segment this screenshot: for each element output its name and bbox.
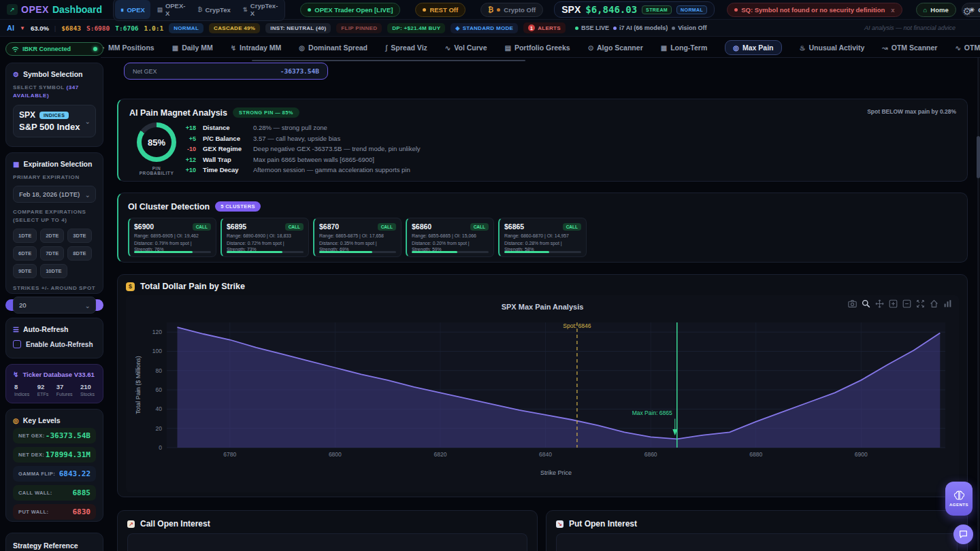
key-level-net-gex: NET GEX:-36373.54B — [13, 428, 96, 444]
badge-inst-neutral-40[interactable]: INST: NEUTRAL (40) — [265, 23, 331, 33]
tab-daily-mm[interactable]: ▦Daily MM — [172, 44, 213, 52]
strikes-dropdown[interactable]: 20 ⌄ — [13, 297, 96, 314]
scrollbar-thumb[interactable] — [977, 136, 980, 178]
toast-close-button[interactable]: x — [891, 6, 894, 14]
badge-flip-pinned[interactable]: FLIP PINNED — [336, 23, 382, 33]
dte-chip-6dte[interactable]: 6DTE — [13, 246, 37, 261]
tab-dominant-spread[interactable]: ◎Dominant Spread — [299, 44, 368, 52]
trader-status-pill[interactable]: OPEX Trader Open [LIVE] — [300, 3, 400, 17]
select-symbol-label: SELECT SYMBOL — [13, 84, 65, 90]
pan-icon[interactable] — [875, 299, 884, 308]
settings-gear-icon[interactable]: ⚙ — [963, 5, 972, 18]
zoom-out-icon[interactable] — [902, 299, 911, 308]
status-dot — [423, 8, 426, 12]
tab-algo-scanner[interactable]: ⊙Algo Scanner — [588, 44, 643, 52]
cluster-card-6865[interactable]: $6865CALL Range: 6860-6870 | OI: 14,957 … — [498, 218, 587, 257]
tab-vol-curve[interactable]: ∿Vol Curve — [445, 44, 487, 52]
scrollbar-track[interactable] — [977, 58, 979, 551]
badge-alerts[interactable]: 1ALERTS — [523, 22, 566, 33]
normal-badge: NORMAL — [676, 5, 707, 14]
error-toast[interactable]: SQ: Symbol not found or no security defi… — [727, 3, 902, 17]
agents-button[interactable]: AGENTS — [945, 482, 973, 516]
chat-button[interactable] — [953, 524, 973, 544]
indicator-vision-off[interactable]: Vision Off — [672, 24, 706, 31]
tab-max-pain[interactable]: ◎Max Pain — [725, 40, 781, 55]
total-pain-title: Total Dollar Pain by Strike — [140, 282, 245, 291]
key-level-put-wall: PUT WALL:6830 — [13, 504, 96, 520]
tab-intraday-mm[interactable]: ↯Intraday MM — [231, 44, 282, 52]
dte-chip-7dte[interactable]: 7DTE — [40, 246, 64, 261]
home-button[interactable]: ⌂ Home — [916, 3, 956, 17]
factor-distance: +18 Distance 0.28% — strong pull zone — [181, 124, 953, 131]
dte-chip-8dte[interactable]: 8DTE — [67, 246, 91, 261]
reset-axes-home-icon[interactable] — [930, 299, 938, 308]
status-dot — [613, 27, 617, 30]
ticker-symbol: SPX — [561, 4, 581, 15]
max-pain-chart[interactable]: 6780680068206840686068806900020406080100… — [133, 314, 955, 478]
app-tab-label: OPEX-X — [165, 2, 186, 17]
dte-chip-2dte[interactable]: 2DTE — [40, 229, 64, 243]
tab-portfolio-greeks[interactable]: ▤Portfolio Greeks — [504, 44, 570, 52]
autoscale-icon[interactable] — [916, 299, 925, 308]
dte-chip-10dte[interactable]: 10DTE — [40, 264, 67, 278]
auto-refresh-checkbox-label: Enable Auto-Refresh — [26, 341, 93, 348]
ticker-database-card: ↯ Ticker Database V33.61 8Indices92ETFs3… — [5, 364, 103, 403]
app-tab-opex-x[interactable]: ▤OPEX-X — [152, 0, 191, 19]
expiration-selection-card: ▦ Expiration Selection PRIMARY EXPIRATIO… — [5, 152, 103, 294]
tab-spread-viz[interactable]: ʃSpread Viz — [385, 44, 427, 52]
cluster-strike: $6870 — [319, 222, 339, 231]
brain-icon — [953, 490, 965, 501]
badge-normal[interactable]: NORMAL — [169, 23, 203, 33]
factor-gex-regime: -10 GEX Regime Deep negative GEX -36373.… — [181, 145, 953, 152]
factor-label: P/C Balance — [203, 135, 246, 142]
plotly-logo-icon[interactable] — [943, 299, 952, 308]
dte-chip-3dte[interactable]: 3DTE — [67, 229, 91, 243]
probability-value: 85% — [142, 127, 172, 157]
dte-chip-1dte[interactable]: 1DTE — [13, 229, 37, 243]
cluster-card-6895[interactable]: $6895CALL Range: 6890-6900 | OI: 18,833 … — [220, 218, 309, 257]
app-tab-label: OPEX — [127, 6, 144, 14]
zoom-in-icon[interactable] — [889, 299, 898, 308]
cluster-card-6860[interactable]: $6860CALL Range: 6855-6865 | OI: 15,066 … — [406, 218, 494, 257]
indicator-bse-live[interactable]: BSE LIVE — [575, 24, 609, 31]
cluster-card-6900[interactable]: $6900CALL Range: 6895-6905 | OI: 19,462 … — [128, 218, 216, 257]
put-oi-panel — [556, 533, 958, 551]
tab-label: OTM Visualizer — [964, 44, 980, 52]
cluster-card-6870[interactable]: $6870CALL Range: 6865-6875 | OI: 17,658 … — [313, 218, 402, 257]
camera-icon[interactable] — [848, 299, 857, 308]
crypto-toggle-pill[interactable]: ₿ Crypto Off — [480, 3, 543, 17]
tab-long-term[interactable]: ▦Long-Term — [661, 44, 708, 52]
dte-chip-9dte[interactable]: 9DTE — [13, 264, 37, 278]
tab-otm-visualizer[interactable]: ∿OTM Visualizer — [955, 44, 980, 52]
disclaimer-text: AI analysis — not financial advice — [864, 24, 973, 31]
svg-text:6840: 6840 — [539, 451, 552, 458]
rest-status-label: REST Off — [429, 6, 458, 14]
tab-unusual-activity[interactable]: ♨Unusual Activity — [800, 44, 865, 52]
total-pain-card: $ Total Dollar Pain by Strike SPX Max Pa… — [117, 274, 968, 497]
spot-vs-maxpain-note: Spot BELOW max pain by 0.28% — [867, 108, 956, 115]
app-tab-cryptex[interactable]: ₿CrypTex — [192, 0, 235, 19]
cluster-range: Range: 6860-6870 | OI: 14,957 — [504, 233, 581, 239]
svg-text:100: 100 — [152, 348, 162, 354]
enable-auto-refresh-toggle[interactable]: Enable Auto-Refresh — [13, 340, 96, 348]
symbol-dropdown[interactable]: SPX INDICES S&P 500 Index ⌄ — [13, 105, 96, 137]
ibkr-connection-pill[interactable]: IBKR Connected — [5, 42, 103, 56]
zoom-icon[interactable] — [862, 299, 870, 308]
tab-mm-positions[interactable]: ◔MM Positions — [101, 44, 154, 52]
max-pain-chart-host[interactable]: 6780680068206840686068806900020406080100… — [133, 314, 955, 480]
badge-cascade-49[interactable]: CASCADE 49% — [209, 23, 260, 33]
auto-refresh-title: Auto-Refresh — [23, 325, 69, 333]
auto-refresh-checkbox[interactable] — [13, 340, 21, 348]
indicator-i7-ai-66-models[interactable]: i7 AI (66 models) — [613, 24, 668, 31]
rest-toggle-pill[interactable]: REST Off — [415, 3, 466, 17]
tab-otm-scanner[interactable]: ↝OTM Scanner — [882, 44, 937, 52]
tab-label: Algo Scanner — [597, 44, 643, 52]
app-tab-opex[interactable]: ∎OPEX — [115, 0, 150, 19]
primary-expiration-dropdown[interactable]: Feb 18, 2026 (1DTE) ⌄ — [13, 186, 96, 203]
max-pain-icon: ◎ — [733, 44, 739, 52]
chat-bubble-icon — [959, 530, 968, 539]
money-icon: $ — [126, 282, 135, 291]
badge-dp-21-4m-buy[interactable]: DP: +$21.4M BUY — [387, 23, 445, 33]
badge-standard-mode[interactable]: ◈STANDARD MODE — [451, 23, 518, 33]
app-tab-cryptex-x[interactable]: ⇅CrypTex-X — [238, 0, 284, 19]
